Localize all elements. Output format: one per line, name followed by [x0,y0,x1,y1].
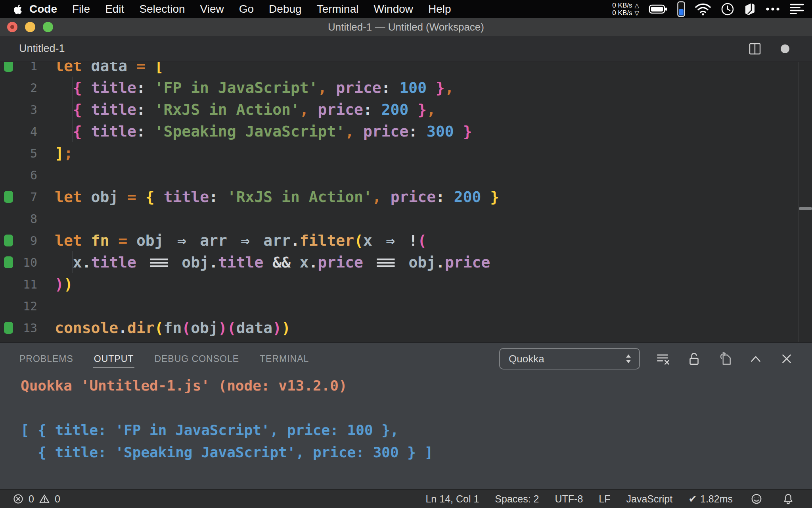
code-line-8[interactable]: 8 [0,208,796,229]
code-line-1[interactable]: 1let data = [ [0,62,796,77]
code-line-13[interactable]: 13console.dir(fn(obj)(data)) [0,317,796,339]
menu-item-terminal[interactable]: Terminal [317,3,359,15]
code-text: { title: 'FP in JavaScript', price: 100 … [55,77,454,98]
encoding-status[interactable]: UTF-8 [555,493,583,505]
output-channel-select[interactable]: Quokka [499,348,640,369]
problems-status[interactable]: 0 0 [0,493,60,505]
status-bar: 0 0 Ln 14, Col 1Spaces: 2UTF-8LFJavaScri… [0,489,812,508]
open-log-file-button[interactable] [717,351,733,367]
indent-guide [72,251,73,273]
wifi-icon[interactable] [695,3,711,15]
line-number: 12 [0,299,37,313]
editor-tab-bar: Untitled-1 [0,36,812,62]
perf-value: 1.82ms [700,493,733,505]
line-number: 6 [0,168,37,182]
line-number: 1 [0,62,37,73]
code-line-11[interactable]: 11)) [0,273,796,295]
panel-tab-debug-console[interactable]: DEBUG CONSOLE [153,348,240,370]
cursor-position-status[interactable]: Ln 14, Col 1 [425,493,479,505]
output-console[interactable]: Quokka 'Untitled-1.js' (node: v13.2.0)[ … [0,375,812,464]
net-up-label: 0 KB/s [612,2,632,9]
bottom-panel: PROBLEMSOUTPUTDEBUG CONSOLETERMINAL Quok… [0,342,812,489]
line-number: 7 [0,190,37,204]
code-text: { title: 'Speaking JavaScript', price: 3… [55,120,472,142]
code-text: x.title ≡ obj.title && x.price ≡ obj.pri… [55,251,490,273]
more-dots-icon[interactable] [765,7,780,12]
unsaved-changes-dot-icon[interactable] [780,44,790,54]
clear-output-button[interactable] [655,351,671,367]
output-line: { title: 'Speaking JavaScript', price: 3… [21,441,812,464]
panel-tab-problems[interactable]: PROBLEMS [19,348,74,370]
scrollbar-gutter-divider [798,62,799,342]
code-editor[interactable]: 1let data = [2 { title: 'FP in JavaScrip… [0,62,812,342]
notifications-bell-button[interactable] [780,491,796,507]
code-line-6[interactable]: 6 [0,164,796,186]
panel-tab-output[interactable]: OUTPUT [93,348,135,370]
code-text: ]; [55,142,73,164]
code-line-10[interactable]: 10 x.title ≡ obj.title && x.price ≡ obj.… [0,251,796,273]
sidecar-indicator-icon[interactable] [677,1,685,17]
line-number: 10 [0,255,37,269]
apple-icon[interactable] [13,4,22,15]
line-number: 8 [0,212,37,225]
output-line [21,397,812,419]
code-text: { title: 'RxJS in Action', price: 200 }, [55,98,436,120]
panel-tab-terminal[interactable]: TERMINAL [259,348,310,370]
warnings-count: 0 [55,493,60,505]
menu-item-file[interactable]: File [72,3,90,15]
list-menu-icon[interactable] [790,3,804,15]
menu-item-go[interactable]: Go [239,3,254,15]
check-icon: ✔ [688,493,697,505]
scrollbar-thumb[interactable] [799,207,812,210]
errors-icon [13,493,24,504]
code-line-4[interactable]: 4 { title: 'Speaking JavaScript', price:… [0,120,796,142]
app-cube-icon[interactable] [744,3,756,15]
window-title: Untitled-1 — Untitled (Workspace) [0,21,812,33]
errors-count: 0 [29,493,34,505]
code-line-2[interactable]: 2 { title: 'FP in JavaScript', price: 10… [0,77,796,98]
tab-untitled-1[interactable]: Untitled-1 [0,42,65,55]
status-right-items: Ln 14, Col 1Spaces: 2UTF-8LFJavaScript ✔… [425,491,812,507]
menu-item-help[interactable]: Help [428,3,451,15]
panel-header: PROBLEMSOUTPUTDEBUG CONSOLETERMINAL Quok… [0,343,812,375]
code-line-7[interactable]: 7let obj = { title: 'RxJS in Action', pr… [0,186,796,208]
menu-item-window[interactable]: Window [373,3,413,15]
line-number: 3 [0,102,37,116]
panel-tabs: PROBLEMSOUTPUTDEBUG CONSOLETERMINAL [19,348,310,370]
code-text: console.dir(fn(obj)(data)) [55,317,291,339]
battery-icon[interactable] [649,3,668,15]
maximize-panel-button[interactable] [748,351,764,367]
menu-items: CodeFileEditSelectionViewGoDebugTerminal… [29,3,451,15]
menu-item-edit[interactable]: Edit [105,3,124,15]
indentation-status[interactable]: Spaces: 2 [495,493,539,505]
menu-item-view[interactable]: View [200,3,224,15]
menu-item-debug[interactable]: Debug [269,3,302,15]
code-text: )) [55,273,73,295]
eol-status[interactable]: LF [599,493,610,505]
code-line-9[interactable]: 9let fn = obj ⇒ arr ⇒ arr.filter(x ⇒ !( [0,229,796,251]
code-line-5[interactable]: 5]; [0,142,796,164]
unlock-scroll-button[interactable] [686,351,702,367]
triangle-up-icon: △ [634,2,639,9]
menu-item-code[interactable]: Code [29,3,57,15]
feedback-smiley-button[interactable] [749,491,764,507]
menu-bar-status-icons: 0 KB/s△ 0 KB/s▽ [612,1,804,17]
line-number: 11 [0,277,37,291]
quokka-perf-status[interactable]: ✔ 1.82ms [688,493,733,505]
triangle-down-icon: ▽ [634,9,639,17]
close-panel-button[interactable] [779,351,795,367]
line-number: 5 [0,146,37,160]
line-number: 2 [0,81,37,94]
language-mode-status[interactable]: JavaScript [626,493,673,505]
code-line-3[interactable]: 3 { title: 'RxJS in Action', price: 200 … [0,98,796,120]
output-channel-value: Quokka [509,353,544,365]
menu-item-selection[interactable]: Selection [139,3,185,15]
output-line: [ { title: 'FP in JavaScript', price: 10… [21,419,812,441]
clock-icon[interactable] [721,2,734,16]
code-line-12[interactable]: 12 [0,295,796,317]
macos-menu-bar: CodeFileEditSelectionViewGoDebugTerminal… [0,0,812,18]
line-number: 13 [0,321,37,335]
network-speed-indicator[interactable]: 0 KB/s△ 0 KB/s▽ [612,2,639,17]
split-editor-icon[interactable] [749,42,761,55]
window-title-bar: Untitled-1 — Untitled (Workspace) [0,18,812,36]
